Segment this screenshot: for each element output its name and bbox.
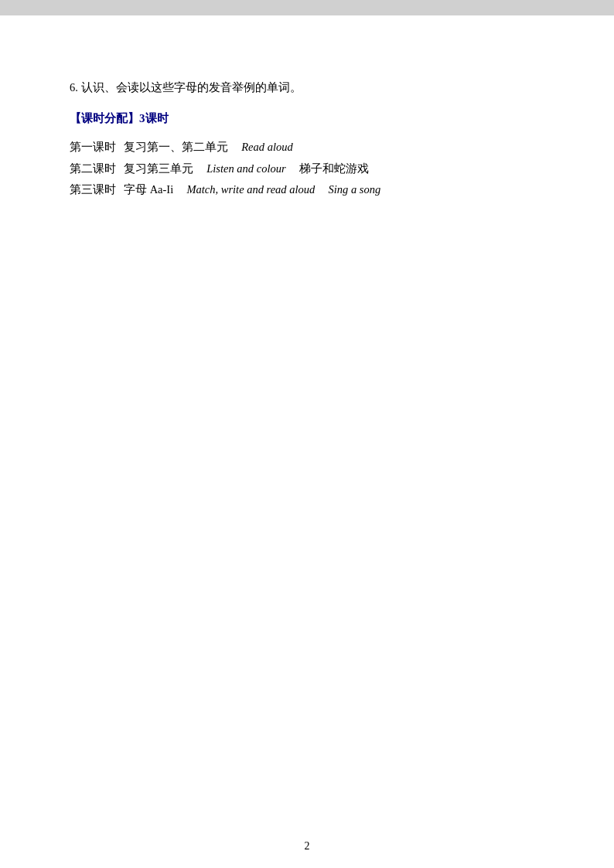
content-area: 6. 认识、会读以这些字母的发音举例的单词。 【课时分配】3课时 第一课时 复习… — [70, 77, 552, 201]
schedule-2-part-2: Listen and colour — [206, 158, 285, 180]
schedule-2-part-3: 梯子和蛇游戏 — [294, 158, 369, 180]
schedule-row-3: 第三课时 字母 Aa-Ii Match, write and read alou… — [70, 179, 552, 201]
page: 6. 认识、会读以这些字母的发音举例的单词。 【课时分配】3课时 第一课时 复习… — [0, 15, 614, 868]
schedule-label-2: 第二课时 — [70, 158, 124, 180]
schedule-3-part-3: Sing a song — [322, 179, 380, 201]
schedule-label-3: 第三课时 — [70, 179, 124, 201]
section-suffix: 3课时 — [139, 112, 169, 124]
schedule-1-part-1: 复习第一、第二单元 — [124, 137, 234, 158]
schedule-label-1: 第一课时 — [70, 137, 124, 158]
item-6: 6. 认识、会读以这些字母的发音举例的单词。 — [70, 77, 552, 97]
schedule-row-2: 第二课时 复习第三单元 Listen and colour 梯子和蛇游戏 — [70, 158, 552, 180]
section-label: 课时分配 — [81, 112, 128, 124]
bracket-right: 】 — [128, 112, 139, 124]
schedule-3-part-1: 字母 Aa-Ii — [124, 179, 179, 201]
schedule-content-3: 字母 Aa-Ii Match, write and read aloud Sin… — [124, 179, 380, 201]
section-title: 【课时分配】3课时 — [70, 108, 552, 129]
bracket-left: 【 — [70, 112, 81, 124]
schedule-content-2: 复习第三单元 Listen and colour 梯子和蛇游戏 — [124, 158, 369, 180]
schedule-row-1: 第一课时 复习第一、第二单元 Read aloud — [70, 137, 552, 158]
page-number: 2 — [305, 840, 310, 853]
schedule-1-part-2: Read aloud — [241, 137, 292, 158]
schedule-content-1: 复习第一、第二单元 Read aloud — [124, 137, 293, 158]
item-6-text: 6. 认识、会读以这些字母的发音举例的单词。 — [70, 81, 302, 94]
schedule-2-part-1: 复习第三单元 — [124, 158, 199, 180]
schedule-3-part-2: Match, write and read aloud — [186, 179, 315, 201]
